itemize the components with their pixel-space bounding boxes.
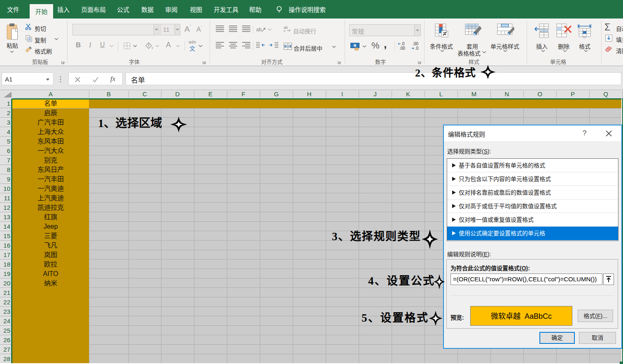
svg-text:?: ? xyxy=(583,129,586,137)
svg-text:.00: .00 xyxy=(413,42,418,46)
svg-text:.0: .0 xyxy=(415,46,419,51)
svg-text:.00: .00 xyxy=(399,46,405,51)
svg-text:ab: ab xyxy=(256,27,262,32)
svg-text:c: c xyxy=(284,29,286,32)
svg-text:.0: .0 xyxy=(401,42,405,46)
